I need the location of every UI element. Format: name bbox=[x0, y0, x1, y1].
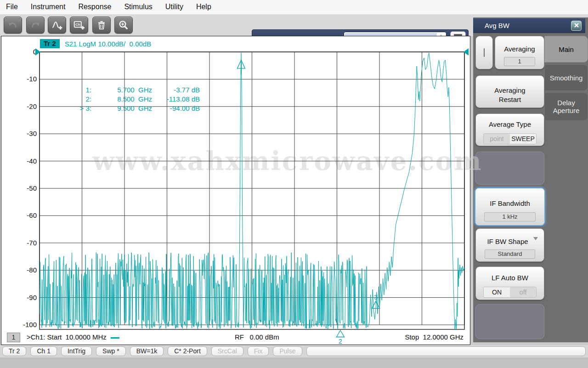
delete-trace-button[interactable] bbox=[92, 17, 111, 34]
s21-chart: 0-10-20-30-40-50-60-70-80-90-10023 bbox=[1, 36, 469, 344]
menu-file[interactable]: File bbox=[5, 3, 24, 11]
zoom-in-icon bbox=[118, 19, 130, 31]
undo-icon bbox=[7, 19, 19, 31]
tab-smoothing[interactable]: Smoothing bbox=[544, 64, 588, 91]
add-trace-icon bbox=[51, 19, 63, 31]
trash-icon bbox=[96, 19, 107, 31]
svg-text:Ch: Ch bbox=[75, 23, 80, 27]
channel-row: 1 >Ch1: Start 10.0000 MHz RF 0.00 dBm St… bbox=[1, 332, 470, 343]
marker-2-value: -113.08 dB bbox=[152, 95, 200, 104]
y-tick-label: -60 bbox=[27, 211, 37, 219]
averaging-restart-button[interactable]: Averaging Restart bbox=[475, 75, 544, 108]
status-swp-[interactable]: Swp * bbox=[96, 346, 126, 356]
close-icon bbox=[574, 23, 579, 29]
averaging-toggle-button[interactable] bbox=[475, 36, 493, 69]
average-type-segments: point SWEEP bbox=[483, 133, 537, 144]
status-srccal[interactable]: SrcCal bbox=[211, 346, 243, 356]
add-channel-icon: Ch bbox=[73, 19, 85, 31]
empty-softkey-1 bbox=[475, 152, 544, 185]
average-type-button[interactable]: Average Type point SWEEP bbox=[475, 113, 544, 146]
trace-format-label: S21 LogM 10.00dB/ 0.00dB bbox=[65, 40, 151, 48]
lf-auto-bw-button[interactable]: LF Auto BW ON off bbox=[475, 266, 544, 300]
toggle-indicator bbox=[484, 48, 485, 57]
average-type-sweep[interactable]: SWEEP bbox=[510, 134, 536, 144]
marker-3-number: 3 bbox=[374, 294, 378, 301]
if-bw-shape-button[interactable]: IF BW Shape Standard bbox=[475, 228, 544, 262]
y-tick-label: -80 bbox=[27, 266, 37, 274]
bottom-strip bbox=[0, 357, 588, 368]
y-tick-label: -30 bbox=[27, 130, 37, 137]
redo-button[interactable] bbox=[26, 17, 45, 34]
channel-start-label: >Ch1: Start 10.0000 MHz bbox=[27, 333, 119, 341]
panel-close-button[interactable] bbox=[571, 21, 582, 31]
zoom-button[interactable] bbox=[114, 17, 133, 34]
status-ch-1[interactable]: Ch 1 bbox=[30, 346, 57, 356]
marker-2-freq: 8.500 GHz bbox=[91, 95, 152, 104]
menu-utility[interactable]: Utility bbox=[159, 3, 190, 11]
marker-3-value: -94.00 dB bbox=[152, 104, 200, 113]
status-bar: Tr 2Ch 1IntTrigSwp *BW=1kC* 2-PortSrcCal… bbox=[0, 345, 588, 357]
menu-response[interactable]: Response bbox=[72, 3, 118, 11]
redo-icon bbox=[29, 19, 41, 31]
marker-3-freq: 9.500 GHz bbox=[91, 104, 152, 113]
lf-auto-bw-off[interactable]: off bbox=[510, 287, 536, 297]
y-tick-label: -50 bbox=[27, 184, 37, 192]
status-c-2-port[interactable]: C* 2-Port bbox=[168, 346, 207, 356]
plot-window: 0-10-20-30-40-50-60-70-80-90-10023 Tr 2 … bbox=[1, 36, 470, 345]
marker-1-value: -3.77 dB bbox=[152, 85, 200, 95]
channel-stop-label: Stop 12.0000 GHz bbox=[405, 333, 464, 341]
menu-bar: FileInstrumentResponseStimulusUtilityHel… bbox=[0, 0, 588, 14]
panel-title-bar: Avg BW bbox=[473, 18, 585, 33]
marker-readout: 1:5.700 GHz-3.77 dB2:8.500 GHz-113.08 dB… bbox=[70, 85, 200, 113]
rf-power-label: RF 0.00 dBm bbox=[235, 333, 279, 341]
tab-main[interactable]: Main bbox=[544, 36, 588, 62]
empty-softkey-2 bbox=[475, 304, 544, 339]
status-inttrig[interactable]: IntTrig bbox=[61, 346, 92, 356]
status-tr-2[interactable]: Tr 2 bbox=[2, 346, 26, 356]
undo-button[interactable] bbox=[4, 17, 22, 34]
if-bw-shape-value: Standard bbox=[485, 249, 535, 259]
y-tick-label: -100 bbox=[23, 321, 37, 328]
trace-badge[interactable]: Tr 2 bbox=[40, 39, 60, 48]
y-tick-label: -70 bbox=[27, 239, 37, 247]
y-tick-label: -90 bbox=[27, 294, 37, 301]
y-tick-label: -40 bbox=[27, 157, 37, 165]
menu-instrument[interactable]: Instrument bbox=[24, 3, 72, 11]
status-pulse[interactable]: Pulse bbox=[273, 346, 302, 356]
y-tick-label: -10 bbox=[27, 75, 37, 83]
channel-number-badge[interactable]: 1 bbox=[7, 333, 20, 342]
status-bw-1k[interactable]: BW=1k bbox=[130, 346, 164, 356]
tab-delay-aperture[interactable]: Delay Aperture bbox=[544, 92, 588, 121]
trace-header: Tr 2 S21 LogM 10.00dB/ 0.00dB bbox=[40, 39, 151, 48]
marker-1-label: 1: bbox=[70, 85, 91, 95]
avg-bw-panel: Avg BW Averaging 1 Main Smoothing Delay … bbox=[473, 17, 588, 342]
marker-3-label: > 3: bbox=[70, 104, 91, 113]
status-message-area bbox=[306, 346, 586, 356]
menu-help[interactable]: Help bbox=[190, 3, 218, 11]
panel-title: Avg BW bbox=[485, 22, 509, 29]
if-bandwidth-button[interactable]: IF Bandwidth 1 kHz bbox=[475, 187, 545, 226]
lf-auto-bw-on[interactable]: ON bbox=[484, 287, 510, 297]
menu-stimulus[interactable]: Stimulus bbox=[118, 3, 158, 11]
status-fix[interactable]: Fix bbox=[248, 346, 269, 356]
add-channel-button[interactable]: Ch bbox=[70, 17, 88, 34]
add-trace-button[interactable] bbox=[48, 17, 66, 34]
y-tick-label: -20 bbox=[27, 102, 37, 110]
average-type-point[interactable]: point bbox=[484, 134, 510, 144]
trace-color-dash bbox=[111, 337, 119, 339]
marker-1-freq: 5.700 GHz bbox=[91, 85, 152, 95]
if-bandwidth-value: 1 kHz bbox=[484, 212, 536, 221]
averaging-value: 1 bbox=[504, 57, 535, 66]
lf-auto-bw-segments: ON off bbox=[483, 287, 537, 298]
dropdown-arrow-icon bbox=[533, 237, 538, 240]
averaging-button[interactable]: Averaging 1 bbox=[495, 36, 544, 69]
marker-2-label: 2: bbox=[70, 95, 91, 104]
